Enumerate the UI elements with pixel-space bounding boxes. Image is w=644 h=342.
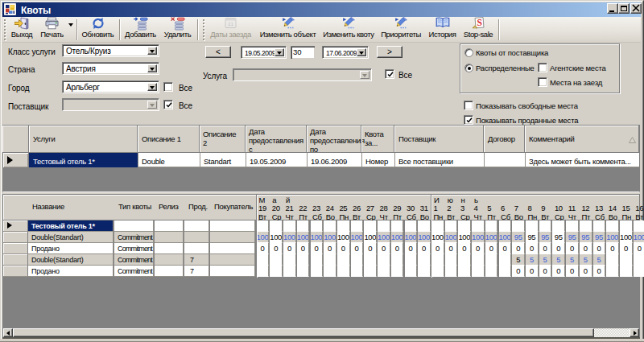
svg-text:21: 21 (228, 22, 233, 27)
svg-text:S: S (477, 18, 481, 27)
